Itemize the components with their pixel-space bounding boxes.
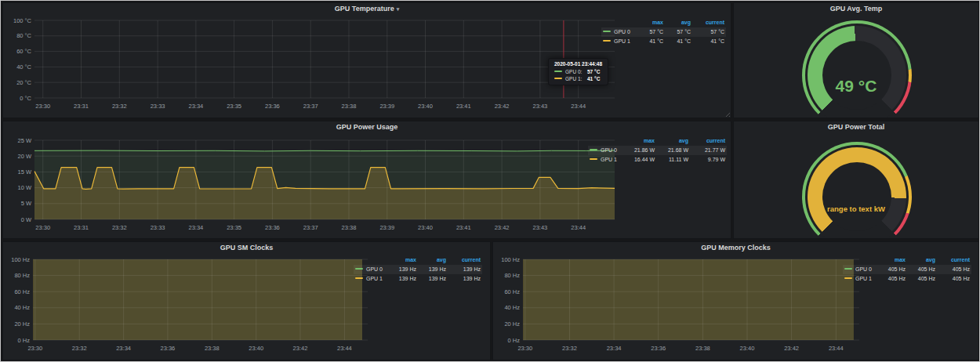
svg-text:100 Hz: 100 Hz xyxy=(501,256,520,263)
series-swatch-icon xyxy=(355,268,363,270)
legend-series-name[interactable]: GPU 0 xyxy=(603,27,636,37)
legend-value: 139 Hz xyxy=(390,265,416,274)
legend-value: 139 Hz xyxy=(450,265,481,274)
series-swatch-icon xyxy=(590,149,597,150)
legend-row[interactable]: GPU 141 °C41 °C41 °C xyxy=(601,37,726,46)
svg-text:23:36: 23:36 xyxy=(265,103,280,110)
gpu-sm-clocks-chart[interactable]: 100 Hz80 Hz60 Hz40 Hz20 Hz0 Hz23:3023:32… xyxy=(5,254,372,360)
legend-row[interactable]: GPU 1139 Hz139 Hz139 Hz xyxy=(354,274,482,284)
svg-text:25 W: 25 W xyxy=(17,137,31,144)
panel-header-gpu-avg-temp[interactable]: GPU Avg. Temp xyxy=(734,3,978,15)
legend-series-name[interactable]: GPU 1 xyxy=(844,274,876,284)
svg-text:23:38: 23:38 xyxy=(342,224,357,231)
svg-text:20 Hz: 20 Hz xyxy=(504,320,520,328)
svg-text:23:38: 23:38 xyxy=(342,103,357,110)
svg-text:23:39: 23:39 xyxy=(379,224,394,231)
tooltip-timestamp: 2020-05-01 23:44:48 xyxy=(554,61,602,67)
legend-col-header[interactable]: max xyxy=(640,18,663,27)
legend-col-header[interactable]: avg xyxy=(909,255,935,265)
legend-value: 139 Hz xyxy=(420,265,446,274)
svg-text:23:34: 23:34 xyxy=(189,103,204,110)
legend-series-name[interactable]: GPU 1 xyxy=(603,37,636,46)
dashboard: GPU Temperature▾ 100 °C80 °C60 °C40 °C20… xyxy=(0,0,980,362)
panel-gpu-memory-clocks: GPU Memory Clocks 100 Hz80 Hz60 Hz40 Hz2… xyxy=(492,241,979,360)
legend-series-name[interactable]: GPU 0 xyxy=(590,146,621,155)
svg-text:0 Hz: 0 Hz xyxy=(18,337,31,344)
legend-row[interactable]: GPU 116.44 W11.11 W9.79 W xyxy=(588,155,727,165)
svg-text:80 °C: 80 °C xyxy=(16,32,31,39)
series-swatch-icon xyxy=(603,40,611,42)
gpu-memory-clocks-legend: maxavgcurrentGPU 0405 Hz405 Hz405 HzGPU … xyxy=(843,255,971,284)
legend-header-row: maxavgcurrent xyxy=(354,255,482,265)
legend-value: 41 °C xyxy=(695,37,724,46)
gpu-temperature-chart[interactable]: 100 °C80 °C60 °C40 °C20 °C0 °C23:3023:31… xyxy=(5,15,621,118)
legend-col-header[interactable]: max xyxy=(390,255,416,265)
svg-text:23:30: 23:30 xyxy=(27,345,42,352)
legend-col-header[interactable]: current xyxy=(939,255,970,265)
panel-gpu-avg-temp: GPU Avg. Temp 49 °C xyxy=(733,2,979,118)
legend-col-header[interactable]: max xyxy=(625,136,655,146)
svg-text:40 Hz: 40 Hz xyxy=(504,304,520,311)
legend-row[interactable]: GPU 1405 Hz405 Hz405 Hz xyxy=(843,274,971,284)
legend-value: 405 Hz xyxy=(939,274,970,284)
legend-row[interactable]: GPU 057 °C57 °C57 °C xyxy=(601,27,726,37)
svg-text:60 Hz: 60 Hz xyxy=(14,288,30,295)
svg-text:23:35: 23:35 xyxy=(227,103,241,110)
legend-series-name[interactable]: GPU 1 xyxy=(590,155,621,165)
panel-title: GPU Temperature xyxy=(335,5,394,13)
legend-col-header[interactable]: avg xyxy=(420,255,446,265)
gauge-gpu-power-total xyxy=(802,142,912,239)
svg-text:23:30: 23:30 xyxy=(517,345,532,352)
svg-text:23:42: 23:42 xyxy=(293,345,308,352)
panel-gpu-sm-clocks: GPU SM Clocks 100 Hz80 Hz60 Hz40 Hz20 Hz… xyxy=(2,241,491,360)
legend-row[interactable]: GPU 0405 Hz405 Hz405 Hz xyxy=(843,265,971,274)
legend-value: 21.77 W xyxy=(692,146,725,155)
panel-header-gpu-memory-clocks[interactable]: GPU Memory Clocks xyxy=(493,242,978,254)
svg-text:23:32: 23:32 xyxy=(112,224,127,231)
tooltip-series-label: GPU 1: xyxy=(554,75,584,82)
svg-text:23:40: 23:40 xyxy=(418,103,433,110)
panel-title: GPU SM Clocks xyxy=(220,244,274,252)
legend-row[interactable]: GPU 0139 Hz139 Hz139 Hz xyxy=(354,265,482,274)
panel-title: GPU Avg. Temp xyxy=(830,5,883,13)
panel-header-gpu-temperature[interactable]: GPU Temperature▾ xyxy=(3,3,731,15)
svg-text:23:37: 23:37 xyxy=(303,103,318,110)
panel-header-gpu-sm-clocks[interactable]: GPU SM Clocks xyxy=(3,242,490,254)
gpu-power-usage-chart[interactable]: 25 W20 W15 W10 W5 W0 W23:3023:3123:3223:… xyxy=(5,133,621,239)
legend-series-name[interactable]: GPU 0 xyxy=(844,265,876,274)
resize-handle[interactable] xyxy=(724,111,730,117)
gpu-memory-clocks-chart[interactable]: 100 Hz80 Hz60 Hz40 Hz20 Hz0 Hz23:3023:32… xyxy=(495,254,863,360)
legend-value: 139 Hz xyxy=(390,274,416,284)
legend-value: 57 °C xyxy=(695,27,724,37)
svg-text:23:40: 23:40 xyxy=(418,224,433,231)
legend-col-header[interactable]: avg xyxy=(667,18,691,27)
legend-value: 16.44 W xyxy=(625,155,655,165)
svg-text:23:38: 23:38 xyxy=(695,345,710,352)
svg-text:23:41: 23:41 xyxy=(456,224,471,231)
legend-value: 21.86 W xyxy=(625,146,655,155)
legend-series-name[interactable]: GPU 1 xyxy=(355,274,387,284)
legend-col-header[interactable]: current xyxy=(450,255,481,265)
svg-text:80 Hz: 80 Hz xyxy=(504,272,520,279)
panel-gpu-temperature: GPU Temperature▾ 100 °C80 °C60 °C40 °C20… xyxy=(2,2,731,118)
svg-text:23:32: 23:32 xyxy=(72,345,87,352)
legend-col-header[interactable]: current xyxy=(695,18,724,27)
legend-value: 57 °C xyxy=(667,27,691,37)
svg-text:20 Hz: 20 Hz xyxy=(14,320,30,328)
gauge-hole xyxy=(822,41,891,110)
legend-series-name[interactable]: GPU 0 xyxy=(355,265,387,274)
legend-value: 9.79 W xyxy=(692,155,725,165)
svg-text:10 W: 10 W xyxy=(17,184,31,191)
panel-header-gpu-power-total[interactable]: GPU Power Total xyxy=(734,121,978,133)
svg-text:23:34: 23:34 xyxy=(607,345,622,352)
panel-title: GPU Power Usage xyxy=(336,123,398,131)
legend-value: 405 Hz xyxy=(880,265,906,274)
svg-text:23:30: 23:30 xyxy=(35,224,50,231)
legend-col-header[interactable]: avg xyxy=(659,136,688,146)
legend-col-header[interactable]: current xyxy=(692,136,725,146)
legend-row[interactable]: GPU 021.86 W21.68 W21.77 W xyxy=(588,146,727,155)
legend-value: 21.68 W xyxy=(659,146,688,155)
legend-col-header[interactable]: max xyxy=(880,255,906,265)
svg-text:40 °C: 40 °C xyxy=(16,63,31,71)
panel-header-gpu-power-usage[interactable]: GPU Power Usage xyxy=(3,121,731,133)
